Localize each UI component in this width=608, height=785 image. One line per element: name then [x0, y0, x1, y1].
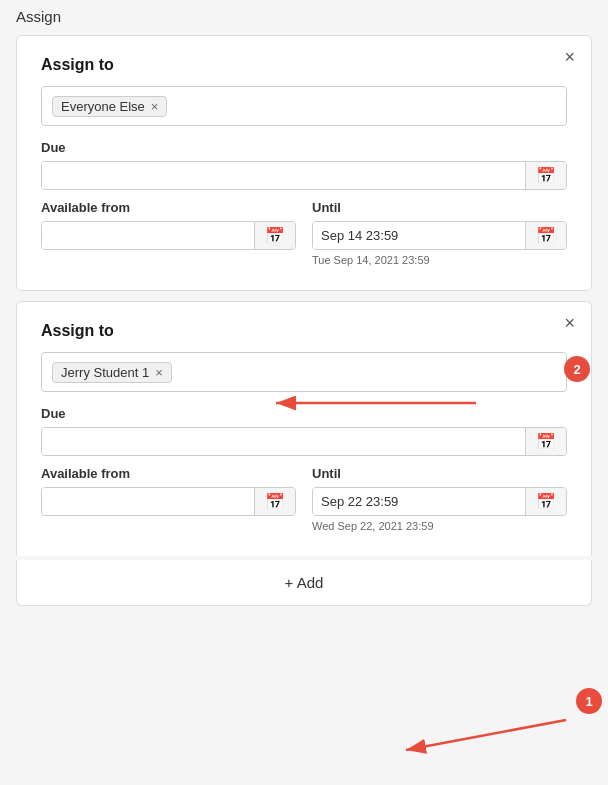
tag-remove-2[interactable]: ×: [155, 366, 163, 379]
assign-card-2: × Assign to Jerry Student 1 × Due 📅 Avai…: [16, 301, 592, 556]
until-cal-btn-1[interactable]: 📅: [525, 222, 566, 249]
available-from-input-1[interactable]: [42, 222, 254, 249]
available-from-input-2[interactable]: [42, 488, 254, 515]
calendar-icon-avail-2: 📅: [265, 492, 285, 511]
available-cal-btn-2[interactable]: 📅: [254, 488, 295, 515]
add-button[interactable]: + Add: [285, 574, 324, 591]
until-hint-2: Wed Sep 22, 2021 23:59: [312, 520, 567, 532]
due-label-2: Due: [41, 406, 567, 421]
until-hint-1: Tue Sep 14, 2021 23:59: [312, 254, 567, 266]
calendar-icon-until-2: 📅: [536, 492, 556, 511]
due-cal-btn-1[interactable]: 📅: [525, 162, 566, 189]
tag-remove-1[interactable]: ×: [151, 100, 159, 113]
calendar-icon-2: 📅: [536, 432, 556, 451]
svg-line-3: [406, 720, 566, 750]
assign-tag-box-2[interactable]: Jerry Student 1 ×: [41, 352, 567, 392]
available-from-label-1: Available from: [41, 200, 296, 215]
tag-everyone-else: Everyone Else ×: [52, 96, 167, 117]
tag-label-1: Everyone Else: [61, 99, 145, 114]
available-from-label-2: Available from: [41, 466, 296, 481]
due-input-1[interactable]: [42, 162, 525, 189]
assign-card-1: × Assign to Everyone Else × Due 📅 Availa…: [16, 35, 592, 291]
tag-label-2: Jerry Student 1: [61, 365, 149, 380]
assign-to-label-1: Assign to: [41, 56, 567, 74]
calendar-icon-avail-1: 📅: [265, 226, 285, 245]
calendar-icon-1: 📅: [536, 166, 556, 185]
due-cal-btn-2[interactable]: 📅: [525, 428, 566, 455]
until-input-1[interactable]: [313, 222, 525, 249]
due-input-2[interactable]: [42, 428, 525, 455]
assign-tag-box-1[interactable]: Everyone Else ×: [41, 86, 567, 126]
calendar-icon-until-1: 📅: [536, 226, 556, 245]
due-label-1: Due: [41, 140, 567, 155]
annotation-badge-1: 1: [576, 688, 602, 714]
close-button-2[interactable]: ×: [564, 314, 575, 332]
page-title: Assign: [16, 8, 592, 25]
add-bar: + Add: [16, 560, 592, 606]
available-cal-btn-1[interactable]: 📅: [254, 222, 295, 249]
close-button-1[interactable]: ×: [564, 48, 575, 66]
tag-jerry-student: Jerry Student 1 ×: [52, 362, 172, 383]
assign-to-label-2: Assign to: [41, 322, 567, 340]
until-input-2[interactable]: [313, 488, 525, 515]
until-label-1: Until: [312, 200, 567, 215]
until-label-2: Until: [312, 466, 567, 481]
until-cal-btn-2[interactable]: 📅: [525, 488, 566, 515]
